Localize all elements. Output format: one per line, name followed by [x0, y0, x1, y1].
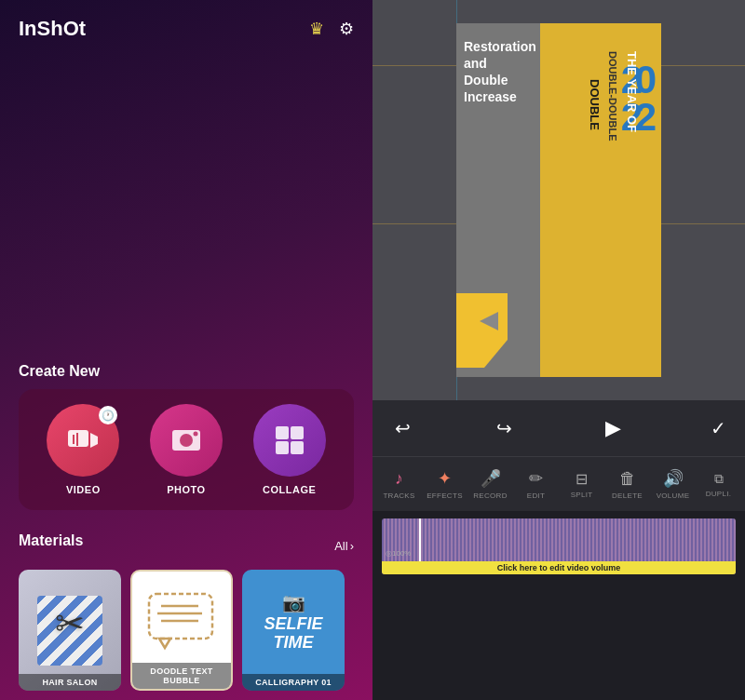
- crown-icon[interactable]: ♛: [309, 19, 324, 39]
- create-new-section: Create New 🕐 VIDEO: [0, 352, 372, 519]
- photo-circle: [150, 404, 223, 477]
- doodle-label: DOODLE TEXT BUBBLE: [132, 663, 231, 689]
- record-icon: 🎤: [481, 468, 501, 489]
- material-card-calligraphy[interactable]: 📷 SELFIETIME CALLIGRAPHY 01: [242, 570, 345, 691]
- timeline-track[interactable]: 2011.2 Click here to edit video volume: [382, 518, 736, 574]
- clock-badge: 🕐: [99, 406, 117, 424]
- volume-percent-indicator: ◎100%: [386, 543, 411, 559]
- photo-icon: [169, 424, 203, 457]
- collage-circle: [253, 404, 326, 477]
- edit-icon: ✏: [529, 468, 543, 489]
- collage-icon: [273, 424, 306, 457]
- edit-label: EDIT: [527, 491, 545, 500]
- timeline-scroll[interactable]: 2011.2 Click here to edit video volume ◎…: [372, 518, 745, 574]
- redo-button[interactable]: ↪: [493, 413, 516, 443]
- play-button[interactable]: ▶: [595, 410, 632, 447]
- photo-label: PHOTO: [167, 484, 205, 495]
- svg-text:Double: Double: [464, 73, 508, 88]
- calligraphy-content: 📷 SELFIETIME: [242, 570, 345, 691]
- canvas-svg: 2 0 2 2 THE YEAR OF DOUBLE-DOUBLE DOUBLE…: [456, 23, 661, 377]
- selfie-text: SELFIETIME: [264, 615, 322, 653]
- tool-duplicate[interactable]: ⧉ DUPLI.: [696, 467, 741, 502]
- camera-icon: 📷: [282, 591, 305, 613]
- preview-area: 2 0 2 2 THE YEAR OF DOUBLE-DOUBLE DOUBLE…: [372, 0, 745, 400]
- create-new-title: Create New: [19, 363, 354, 380]
- chevron-right-icon: ›: [350, 539, 354, 553]
- svg-text:DOUBLE-DOUBLE: DOUBLE-DOUBLE: [607, 51, 618, 141]
- svg-text:and: and: [464, 56, 487, 71]
- record-label: RECORD: [473, 491, 507, 500]
- hair-salon-stripes: ✂: [37, 596, 102, 666]
- svg-rect-7: [276, 426, 289, 439]
- tracks-icon: ♪: [395, 469, 403, 489]
- svg-rect-9: [276, 441, 289, 454]
- effects-label: EFFECTS: [427, 491, 463, 500]
- material-cards-container: ✂ HAIR SALON DOODLE TEXT BUBBLE: [19, 570, 354, 691]
- scissors-icon: ✂: [55, 603, 85, 644]
- volume-label: VOLUME: [657, 491, 690, 500]
- delete-label: DELETE: [612, 491, 643, 500]
- split-label: SPLIT: [571, 491, 593, 499]
- svg-text:Increase: Increase: [464, 89, 517, 104]
- tool-edit[interactable]: ✏ EDIT: [513, 464, 559, 504]
- material-card-doodle[interactable]: DOODLE TEXT BUBBLE: [130, 570, 233, 691]
- split-icon: ⊟: [576, 470, 588, 488]
- doodle-bubble-svg: [144, 589, 219, 654]
- create-card-video[interactable]: 🕐 VIDEO: [47, 404, 119, 495]
- timeline-area[interactable]: 2011.2 Click here to edit video volume ◎…: [372, 511, 745, 700]
- video-icon: [66, 424, 100, 457]
- video-label: VIDEO: [66, 484, 101, 495]
- create-card-photo[interactable]: PHOTO: [150, 404, 223, 495]
- svg-point-5: [180, 434, 193, 447]
- playback-controls: ↩ ↪ ▶ ✓: [372, 400, 745, 456]
- svg-point-6: [193, 432, 197, 437]
- materials-header: Materials All ›: [19, 532, 354, 559]
- volume-icon: 🔊: [663, 468, 684, 489]
- tracks-label: TRACKS: [383, 491, 414, 500]
- hair-salon-label: HAIR SALON: [19, 674, 121, 691]
- all-materials-link[interactable]: All ›: [334, 539, 354, 553]
- left-panel: InShOt ♛ ⚙ Create New 🕐 VI: [0, 0, 372, 700]
- tool-tracks[interactable]: ♪ TRACKS: [376, 465, 422, 504]
- tool-split[interactable]: ⊟ SPLIT: [559, 466, 604, 503]
- video-circle: 🕐: [47, 404, 119, 477]
- create-cards-container: 🕐 VIDEO: [19, 389, 354, 510]
- app-header: InShOt ♛ ⚙: [0, 0, 372, 52]
- edit-volume-banner[interactable]: Click here to edit video volume: [382, 561, 736, 574]
- collage-label: COLLAGE: [263, 484, 316, 495]
- effects-icon: ✦: [438, 468, 452, 489]
- tool-volume[interactable]: 🔊 VOLUME: [650, 464, 696, 504]
- bottom-toolbar: ♪ TRACKS ✦ EFFECTS 🎤 RECORD ✏ EDIT ⊟ SPL…: [372, 456, 745, 511]
- svg-rect-10: [291, 441, 304, 454]
- create-card-collage[interactable]: COLLAGE: [253, 404, 326, 495]
- confirm-button[interactable]: ✓: [711, 417, 726, 439]
- calligraphy-label: CALLIGRAPHY 01: [242, 674, 345, 691]
- tool-effects[interactable]: ✦ EFFECTS: [422, 464, 467, 504]
- settings-icon[interactable]: ⚙: [339, 19, 354, 39]
- tool-delete[interactable]: 🗑 DELETE: [604, 465, 650, 504]
- svg-marker-1: [90, 433, 98, 448]
- app-logo: InShOt: [19, 17, 86, 41]
- right-panel: 2 0 2 2 THE YEAR OF DOUBLE-DOUBLE DOUBLE…: [372, 0, 745, 700]
- undo-button[interactable]: ↩: [391, 413, 414, 443]
- materials-title: Materials: [19, 532, 83, 549]
- svg-rect-8: [291, 426, 304, 439]
- svg-marker-15: [159, 639, 170, 648]
- material-card-hair-salon[interactable]: ✂ HAIR SALON: [19, 570, 121, 691]
- svg-text:DOUBLE: DOUBLE: [588, 79, 602, 130]
- svg-text:Restoration: Restoration: [464, 39, 536, 54]
- video-canvas[interactable]: 2 0 2 2 THE YEAR OF DOUBLE-DOUBLE DOUBLE…: [456, 23, 661, 377]
- delete-icon: 🗑: [619, 469, 636, 489]
- left-center-empty: [0, 52, 372, 352]
- duplicate-icon: ⧉: [714, 471, 724, 487]
- svg-text:THE YEAR OF: THE YEAR OF: [625, 51, 639, 132]
- tool-record[interactable]: 🎤 RECORD: [467, 464, 513, 504]
- duplicate-label: DUPLI.: [706, 490, 732, 498]
- materials-section: Materials All › ✂ HAIR SALON: [0, 519, 372, 700]
- header-icons: ♛ ⚙: [309, 19, 354, 39]
- svg-rect-11: [149, 594, 212, 639]
